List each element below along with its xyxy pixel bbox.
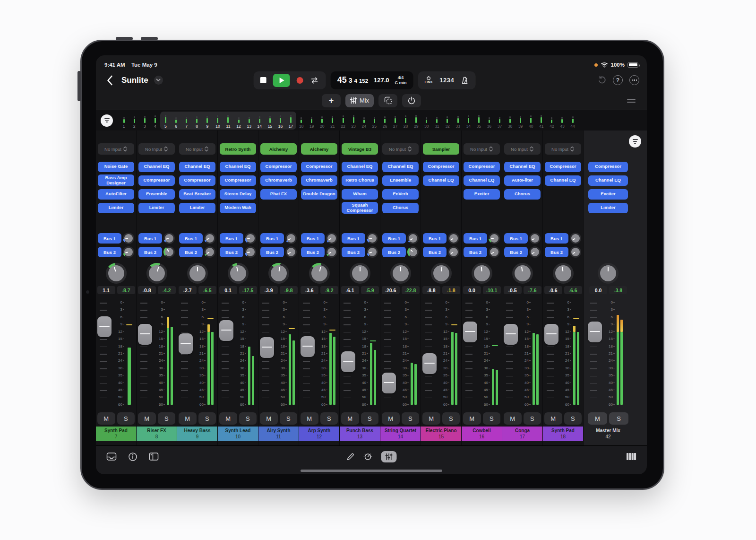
info-icon[interactable] xyxy=(128,452,137,462)
ruler-channel[interactable]: 37 xyxy=(494,112,505,130)
plugin-slot[interactable]: Limiter xyxy=(179,203,215,213)
ruler-channel[interactable]: 28 xyxy=(401,112,411,130)
plugin-slot[interactable]: Channel EQ xyxy=(220,162,256,172)
send-bus-button[interactable]: Bus 1 xyxy=(464,233,487,244)
pan-knob[interactable] xyxy=(512,263,533,284)
input-slot[interactable]: No Input xyxy=(382,143,419,155)
solo-button[interactable]: S xyxy=(524,412,541,425)
input-slot[interactable]: Retro Synth xyxy=(220,143,256,155)
ruler-channel[interactable]: 19 xyxy=(307,112,317,130)
ruler-channel[interactable]: 13 xyxy=(244,112,254,130)
send-bus-button[interactable]: Bus 2 xyxy=(382,247,406,257)
count-in-button[interactable]: 1234 xyxy=(439,77,454,84)
send-knob[interactable] xyxy=(407,233,419,244)
stop-button[interactable] xyxy=(260,77,266,83)
plugin-slot[interactable]: Stereo Delay xyxy=(220,189,256,200)
send-knob[interactable] xyxy=(285,246,297,258)
pan-knob[interactable] xyxy=(431,263,452,284)
track-label[interactable]: Riser FX 8 xyxy=(137,427,177,441)
project-menu-button[interactable] xyxy=(154,76,163,85)
send-knob[interactable] xyxy=(123,246,134,258)
link-button[interactable]: LINK xyxy=(425,76,433,84)
input-slot[interactable]: No Input xyxy=(464,143,500,155)
fader-handle[interactable] xyxy=(588,322,602,342)
volume-value[interactable]: -20.6 xyxy=(382,286,400,294)
ruler-channel[interactable]: 36 xyxy=(484,112,494,130)
send-bus-button[interactable]: Bus 2 xyxy=(464,247,487,257)
plugin-slot[interactable]: Compressor xyxy=(179,175,215,186)
mute-button[interactable]: M xyxy=(260,412,278,425)
filter-icon[interactable] xyxy=(101,114,113,127)
pan-knob[interactable] xyxy=(228,263,249,284)
pan-knob[interactable] xyxy=(106,263,127,284)
send-knob[interactable] xyxy=(326,233,337,244)
fader-handle[interactable] xyxy=(382,373,396,393)
ruler-channel[interactable]: 1 xyxy=(119,112,129,130)
undo-icon[interactable] xyxy=(597,76,606,85)
mute-button[interactable]: M xyxy=(179,412,197,425)
ruler-channel[interactable]: 5 xyxy=(160,112,171,130)
volume-value[interactable]: -0.6 xyxy=(544,286,562,294)
plugin-slot[interactable]: Channel EQ xyxy=(423,175,459,186)
ruler-channel[interactable]: 8 xyxy=(192,112,202,130)
fader-handle[interactable] xyxy=(260,337,274,358)
send-knob[interactable] xyxy=(570,233,581,244)
ruler-channel[interactable]: 22 xyxy=(338,112,348,130)
send-knob[interactable] xyxy=(570,246,581,258)
track-label[interactable]: Airy Synth 11 xyxy=(258,427,299,441)
plugin-slot[interactable]: Phat FX xyxy=(260,189,297,200)
solo-button[interactable]: S xyxy=(442,412,460,425)
plugin-slot[interactable]: Beat Breaker xyxy=(179,189,215,200)
plugin-slot[interactable]: Noise Gate xyxy=(98,162,134,172)
more-options-button[interactable] xyxy=(629,75,639,85)
lcd-display[interactable]: 45 3 4 152 127.0 4/4 C min xyxy=(331,71,413,89)
send-bus-button[interactable]: Bus 2 xyxy=(301,247,325,257)
track-label[interactable]: Electric Piano 15 xyxy=(421,427,461,441)
ruler-channel[interactable]: 29 xyxy=(411,112,421,130)
send-knob[interactable] xyxy=(448,246,459,258)
send-knob[interactable] xyxy=(123,233,134,244)
piano-keyboard-icon[interactable] xyxy=(626,453,636,461)
pencil-edit-icon[interactable] xyxy=(346,453,355,461)
peak-value[interactable]: -3.8 xyxy=(609,286,627,294)
send-bus-button[interactable]: Bus 1 xyxy=(301,233,325,244)
solo-button[interactable]: S xyxy=(564,412,582,425)
ruler-channel[interactable]: 38 xyxy=(505,112,515,130)
fader-handle[interactable] xyxy=(219,320,233,341)
power-button[interactable] xyxy=(402,94,421,107)
send-bus-button[interactable]: Bus 1 xyxy=(342,233,365,244)
ruler-channel[interactable]: 33 xyxy=(453,112,463,130)
fader-handle[interactable] xyxy=(97,316,112,337)
plugin-slot[interactable]: Exciter xyxy=(464,189,500,200)
input-slot[interactable]: Vintage B3 xyxy=(342,143,378,155)
peak-value[interactable]: -9.8 xyxy=(280,286,298,294)
plugin-slot[interactable]: Ensemble xyxy=(382,175,419,186)
mute-button[interactable]: M xyxy=(219,412,237,425)
ruler-channel[interactable]: 24 xyxy=(359,112,369,130)
fader-handle[interactable] xyxy=(301,336,315,357)
plugin-slot[interactable]: Channel EQ xyxy=(464,175,500,186)
solo-button[interactable]: S xyxy=(361,412,379,425)
send-knob[interactable] xyxy=(163,246,175,258)
send-bus-button[interactable]: Bus 2 xyxy=(179,247,203,257)
send-knob[interactable] xyxy=(529,246,541,258)
plugin-slot[interactable]: Channel EQ xyxy=(504,162,541,172)
volume-value[interactable]: -3.6 xyxy=(301,286,318,294)
send-bus-button[interactable]: Bus 1 xyxy=(504,233,528,244)
metronome-icon[interactable] xyxy=(461,76,469,85)
pan-knob[interactable] xyxy=(187,263,208,284)
plugin-slot[interactable]: Compressor xyxy=(301,162,337,172)
plugin-slot[interactable]: Wham xyxy=(342,189,378,200)
plugin-slot[interactable]: Compressor xyxy=(260,162,297,172)
ruler-channel[interactable]: 16 xyxy=(275,112,285,130)
mute-button[interactable]: M xyxy=(544,412,562,425)
pan-knob[interactable] xyxy=(553,263,574,284)
input-slot[interactable]: Alchemy xyxy=(260,143,297,155)
mute-button[interactable]: M xyxy=(504,412,522,425)
track-label[interactable]: Arp Synth 12 xyxy=(299,427,339,441)
plugin-slot[interactable]: Channel EQ xyxy=(179,162,215,172)
send-knob[interactable] xyxy=(407,246,419,258)
input-slot[interactable]: Alchemy xyxy=(301,143,337,155)
help-button[interactable]: ? xyxy=(613,75,623,85)
track-label[interactable]: Synth Pad 18 xyxy=(543,427,583,441)
